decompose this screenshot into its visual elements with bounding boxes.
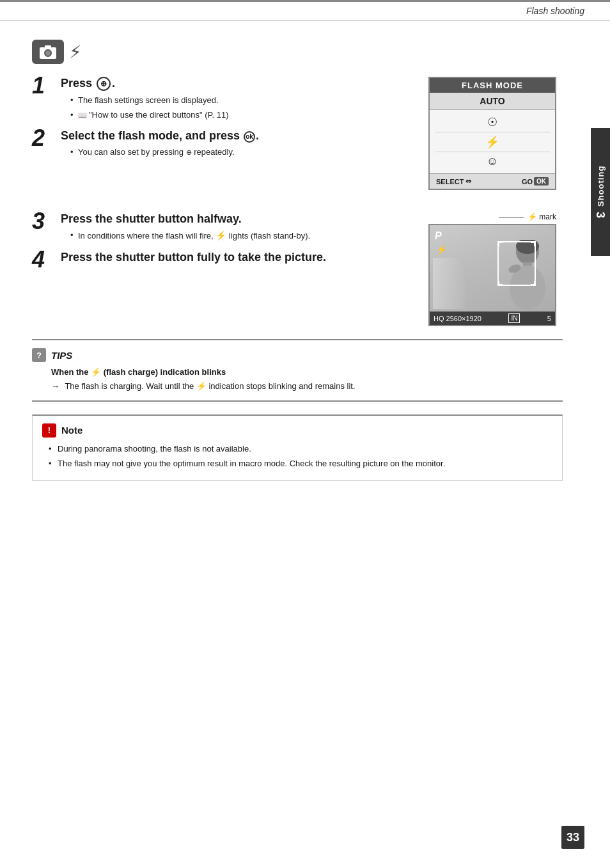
side-chapter-tab: 3 Shooting (591, 128, 610, 256)
book-icon: 📖 (78, 110, 87, 121)
note-bullet-1: During panorama shooting, the flash is n… (49, 443, 552, 456)
mark-label: ⚡ mark (528, 212, 556, 221)
mark-line (499, 217, 524, 217)
step-1-row: 1 Press ⊕. The flash settings screen is … (32, 77, 409, 123)
select-icon: ⇔ (465, 177, 471, 185)
tips-section: ? TIPS When the ⚡ (flash charge) indicat… (32, 339, 563, 402)
focus-corner-br (531, 281, 536, 286)
tips-body: → The flash is charging. Wait until the … (32, 380, 563, 393)
note-title: Note (61, 425, 82, 436)
lightning-tips-icon: ⚡ (91, 367, 101, 377)
lightning-tips-icon-2: ⚡ (196, 381, 207, 391)
camera-icon (39, 44, 57, 59)
focus-rect (497, 241, 536, 286)
step-4-content: Press the shutter button fully to take t… (61, 251, 409, 267)
main-content: ⚡︎ 1 Press ⊕. The flash settings screen … (0, 20, 588, 519)
note-header: ! Note (42, 423, 552, 438)
photo-bg-detail (433, 258, 465, 309)
tips-title: TIPS (51, 350, 72, 361)
svg-rect-3 (45, 45, 51, 49)
step-1-bullet-1: The flash settings screen is displayed. (70, 94, 409, 107)
flash-panel-header: FLASH MODE (430, 78, 555, 93)
flash-panel-footer: SELECT ⇔ GO OK (430, 173, 555, 189)
camera-photo: P ⚡ HQ 2560×1920 IN 5 (428, 224, 556, 326)
photo-right: ⚡ mark (428, 212, 563, 326)
step-4-number: 4 (32, 248, 61, 271)
direct-button-icon: ⊕ (97, 77, 111, 91)
step-2-content: Select the flash mode, and press ok. You… (61, 129, 409, 161)
step-3-number: 3 (32, 210, 61, 233)
photo-bottom-bar: HQ 2560×1920 IN 5 (430, 312, 555, 325)
step-3-content: Press the shutter button halfway. In con… (61, 212, 409, 244)
camera-icon-area: ⚡︎ (32, 40, 563, 64)
go-label: GO (522, 178, 533, 185)
photo-resolution: HQ 2560×1920 (434, 315, 481, 322)
step-4-title: Press the shutter button fully to take t… (61, 251, 409, 264)
step-3-bullets: In conditions where the flash will fire,… (70, 229, 409, 242)
steps-1-2-section: 1 Press ⊕. The flash settings screen is … (32, 77, 563, 203)
step-2-bullet-1: You can also set by pressing ⊕ repeatedl… (70, 146, 409, 159)
arrow-icon: → (51, 381, 59, 391)
direct-button-icon-2: ⊕ (186, 148, 192, 156)
focus-corner-tr (531, 241, 536, 246)
photo-p-label: P (435, 230, 442, 242)
flash-item-1: ☉ (435, 113, 550, 132)
photo-flash-icon: ⚡ (436, 244, 447, 255)
step-2-bullets: You can also set by pressing ⊕ repeatedl… (70, 146, 409, 159)
ok-badge: OK (534, 177, 549, 185)
camera-badge (32, 40, 64, 64)
tips-subtitle: When the ⚡ (flash charge) indication bli… (32, 367, 563, 377)
chapter-title: Shooting (596, 166, 606, 207)
photo-in-badge: IN (508, 313, 520, 323)
flash-panel-auto: AUTO (430, 93, 555, 110)
lightning-icon: ⚡ (215, 229, 226, 242)
note-bullets: During panorama shooting, the flash is n… (42, 443, 552, 471)
flash-item-2: ⚡ (435, 132, 550, 152)
chapter-number: 3 (594, 212, 607, 218)
page-number: 33 (561, 826, 584, 849)
page-title: Flash shooting (526, 6, 584, 16)
steps-3-4-left: 3 Press the shutter button halfway. In c… (32, 212, 409, 326)
photo-shots: 5 (547, 315, 551, 322)
step-1-title: Press ⊕. (61, 77, 409, 91)
step-3-bullet-1: In conditions where the flash will fire,… (70, 229, 409, 242)
ok-button-icon: ok (244, 131, 255, 143)
step-3-row: 3 Press the shutter button halfway. In c… (32, 212, 409, 244)
svg-point-2 (45, 51, 51, 56)
select-button: SELECT ⇔ (436, 177, 471, 185)
step-2-title: Select the flash mode, and press ok. (61, 129, 409, 143)
step-1-bullet-2: 📖"How to use the direct buttons" (P. 11) (70, 109, 409, 122)
flash-deco-icon: ⚡︎ (69, 42, 82, 63)
note-badge: ! (42, 423, 56, 438)
flash-panel-right: FLASH MODE AUTO ☉ ⚡ ☺ SELECT ⇔ GO OK (428, 77, 563, 203)
flash-panel-items: ☉ ⚡ ☺ (430, 110, 555, 173)
steps-1-2-left: 1 Press ⊕. The flash settings screen is … (32, 77, 409, 203)
photo-inner: P ⚡ HQ 2560×1920 IN 5 (430, 225, 555, 325)
step-2-number: 2 (32, 127, 61, 150)
step-1-bullets: The flash settings screen is displayed. … (70, 94, 409, 121)
focus-corner-bl (497, 281, 503, 286)
step-3-title: Press the shutter button halfway. (61, 212, 409, 226)
focus-corner-tl (497, 241, 503, 246)
step-2-row: 2 Select the flash mode, and press ok. Y… (32, 129, 409, 161)
step-1-content: Press ⊕. The flash settings screen is di… (61, 77, 409, 123)
flash-item-3: ☺ (435, 152, 550, 171)
note-bullet-2: The flash may not give you the optimum r… (49, 457, 552, 471)
page-header: Flash shooting (0, 0, 610, 20)
steps-3-4-section: 3 Press the shutter button halfway. In c… (32, 212, 563, 326)
select-label: SELECT (436, 178, 464, 185)
note-section: ! Note During panorama shooting, the fla… (32, 414, 563, 482)
tips-header: ? TIPS (32, 348, 563, 362)
step-4-row: 4 Press the shutter button fully to take… (32, 251, 409, 271)
mark-label-row: ⚡ mark (428, 212, 563, 221)
tips-badge: ? (32, 348, 46, 362)
flash-mode-panel: FLASH MODE AUTO ☉ ⚡ ☺ SELECT ⇔ GO OK (428, 77, 556, 190)
step-1-number: 1 (32, 74, 61, 97)
go-button: GO OK (522, 177, 549, 185)
